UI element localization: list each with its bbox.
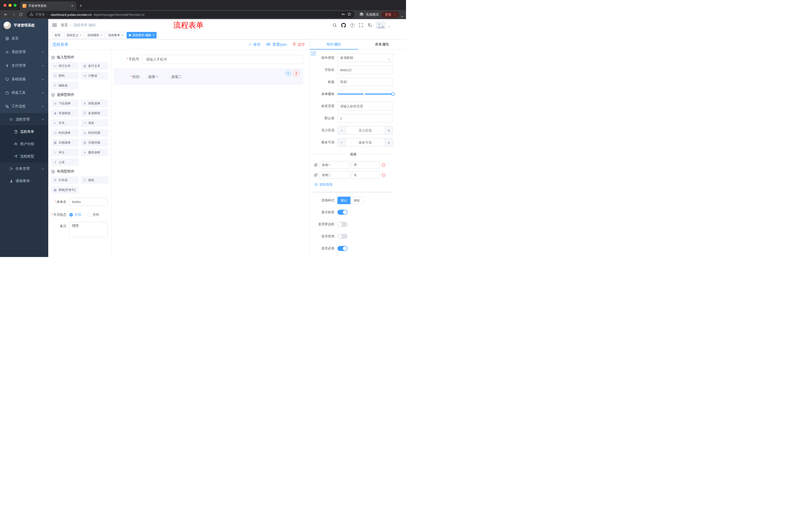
sidebar-item-process-model[interactable]: 流程模型 xyxy=(0,150,48,162)
palette-item-time-picker[interactable]: ◷时间选择 xyxy=(51,129,79,137)
palette-item-rate[interactable]: ☆评分 xyxy=(51,148,79,156)
add-option-button[interactable]: 添加选项 xyxy=(314,182,393,187)
form-canvas[interactable]: *手机号 xyxy=(112,50,310,257)
font-size-icon[interactable]: TT xyxy=(367,23,372,28)
avatar-caret-icon[interactable] xyxy=(388,25,390,27)
menu-fold-icon[interactable] xyxy=(52,24,57,27)
avatar[interactable] xyxy=(376,21,386,29)
palette-item-password[interactable]: ⊡密码 xyxy=(51,72,79,79)
tag-process-form[interactable]: 流程表单 × xyxy=(106,32,125,38)
option-1-value-input[interactable] xyxy=(351,161,380,169)
remove-option-icon[interactable] xyxy=(381,173,386,177)
palette-item-select[interactable]: ◎下拉选择 xyxy=(51,100,79,107)
phone-input[interactable] xyxy=(142,55,303,64)
form-name-input[interactable] xyxy=(69,198,108,206)
form-remark-textarea[interactable]: 嘿嘿 xyxy=(69,222,108,237)
forward-icon[interactable] xyxy=(9,11,17,18)
tag-close-icon[interactable]: × xyxy=(152,33,154,37)
close-window-button[interactable] xyxy=(3,4,6,7)
address-bar[interactable]: 不安全 dashboard.yudao.iocoder.cn/bpm/manag… xyxy=(27,11,354,18)
min-select-input[interactable] xyxy=(346,126,385,134)
tab-close-icon[interactable]: × xyxy=(71,4,74,8)
palette-item-multi-line-text[interactable]: ▤多行文本 xyxy=(81,62,108,70)
slider-handle[interactable] xyxy=(391,92,395,96)
minimize-window-button[interactable] xyxy=(8,4,11,7)
palette-item-date-picker[interactable]: ▦日期选择 xyxy=(51,139,79,146)
reload-icon[interactable] xyxy=(17,11,25,18)
palette-item-time-range[interactable]: ◶时间范围 xyxy=(81,129,108,137)
canvas-field-phone[interactable]: *手机号 xyxy=(114,54,303,65)
palette-item-editor[interactable]: ✎编辑器 xyxy=(51,82,79,89)
option-2-value-input[interactable] xyxy=(351,171,380,179)
remove-option-icon[interactable] xyxy=(381,163,386,167)
palette-item-cascader[interactable]: ⋔级联选择 xyxy=(81,100,108,107)
form-grid-slider[interactable] xyxy=(338,90,393,98)
sidebar-item-leave-query[interactable]: 请假查询 xyxy=(0,175,48,187)
style-button-button[interactable]: 按钮 xyxy=(350,197,363,204)
sidebar-item-task-mgmt[interactable]: 任务管理 xyxy=(0,162,48,175)
security-label[interactable]: 不安全 xyxy=(35,12,45,17)
palette-item-counter[interactable]: 123计数器 xyxy=(81,72,108,79)
breadcrumb-home[interactable]: 首页 xyxy=(61,23,68,27)
tag-close-icon[interactable]: × xyxy=(80,33,81,37)
tag-close-icon[interactable]: × xyxy=(121,33,123,37)
field-name-input[interactable] xyxy=(338,65,393,74)
palette-item-slider[interactable]: –•滑块 xyxy=(81,119,108,127)
status-off-radio[interactable]: 关闭 xyxy=(87,213,99,217)
back-icon[interactable] xyxy=(2,11,9,18)
tag-process-model[interactable]: 流程模型 × xyxy=(85,32,105,38)
palette-item-date-range[interactable]: ▥日期范围 xyxy=(81,139,108,146)
palette-item-radio-group[interactable]: ◉单选框组 xyxy=(51,109,79,117)
drag-handle-icon[interactable] xyxy=(314,163,318,167)
sidebar-item-workflow[interactable]: 工作流程 xyxy=(0,100,48,113)
new-tab-button[interactable]: + xyxy=(76,3,86,10)
sidebar-item-devtools[interactable]: 研发工具 xyxy=(0,86,48,100)
disabled-switch[interactable] xyxy=(338,234,347,239)
sidebar-item-user-group[interactable]: 用户分组 xyxy=(0,138,48,150)
minus-button[interactable]: − xyxy=(338,138,346,146)
sidebar-item-payment[interactable]: ¥ 支付管理 xyxy=(0,59,48,73)
component-type-select[interactable] xyxy=(338,54,393,62)
palette-item-switch[interactable]: ◐开关 xyxy=(51,119,79,127)
tag-close-icon[interactable]: × xyxy=(100,33,102,37)
status-on-radio[interactable]: 开启 xyxy=(69,213,81,217)
required-switch[interactable] xyxy=(338,246,347,251)
password-key-icon[interactable] xyxy=(341,12,345,17)
link-icon[interactable] xyxy=(311,51,316,56)
copy-field-button[interactable] xyxy=(285,71,291,76)
plus-button[interactable]: + xyxy=(385,138,393,146)
palette-item-row-container[interactable]: ⊞行容器 xyxy=(51,176,79,184)
delete-field-button[interactable] xyxy=(293,71,299,76)
sidebar-item-infra[interactable]: 基础设施 xyxy=(0,73,48,86)
tag-process-form-edit[interactable]: 流程表单-编辑 × xyxy=(127,32,156,38)
default-value-input[interactable] xyxy=(338,114,393,123)
sidebar-item-home[interactable]: 首页 xyxy=(0,32,48,45)
toolbar-chevron-down-icon[interactable] xyxy=(401,14,404,18)
palette-item-color-picker[interactable]: ◕颜色选择 xyxy=(81,148,108,156)
label-width-input[interactable] xyxy=(338,102,393,110)
option-2-label-input[interactable] xyxy=(320,171,350,179)
tab-component-props[interactable]: 组件属性 xyxy=(310,39,358,49)
github-icon[interactable] xyxy=(341,23,346,28)
palette-item-table[interactable]: ▦表格[开发中] xyxy=(51,186,79,194)
view-json-button[interactable]: 查看json xyxy=(266,42,287,47)
canvas-field-gender-selected[interactable]: *性别 选项一 选项二 xyxy=(114,69,303,84)
canvas-field-gender[interactable]: *性别 选项一 选项二 xyxy=(114,75,303,79)
title-input[interactable] xyxy=(338,78,393,86)
tag-home[interactable]: 首页 xyxy=(52,32,63,38)
max-select-input[interactable] xyxy=(346,138,385,146)
style-default-button[interactable]: 默认 xyxy=(338,197,350,204)
drag-handle-icon[interactable] xyxy=(314,173,318,177)
border-switch[interactable] xyxy=(338,222,347,227)
palette-item-checkbox-group[interactable]: ☑多选框组 xyxy=(81,109,108,117)
sidebar-item-process-mgmt[interactable]: 流程管理 xyxy=(0,113,48,126)
option-1-label-input[interactable] xyxy=(320,161,350,169)
help-icon[interactable]: ? xyxy=(350,23,355,28)
clear-button[interactable]: 清空 xyxy=(292,42,305,47)
save-button[interactable]: ✓ 保存 xyxy=(249,42,261,47)
show-label-switch[interactable] xyxy=(338,210,347,215)
tag-process-definition[interactable]: 流程定义 × xyxy=(64,32,84,38)
palette-item-single-line-text[interactable]: ▭单行文本 xyxy=(51,62,79,70)
plus-button[interactable]: + xyxy=(385,126,393,134)
browser-update-button[interactable]: 更新 ⋮ xyxy=(381,11,399,18)
